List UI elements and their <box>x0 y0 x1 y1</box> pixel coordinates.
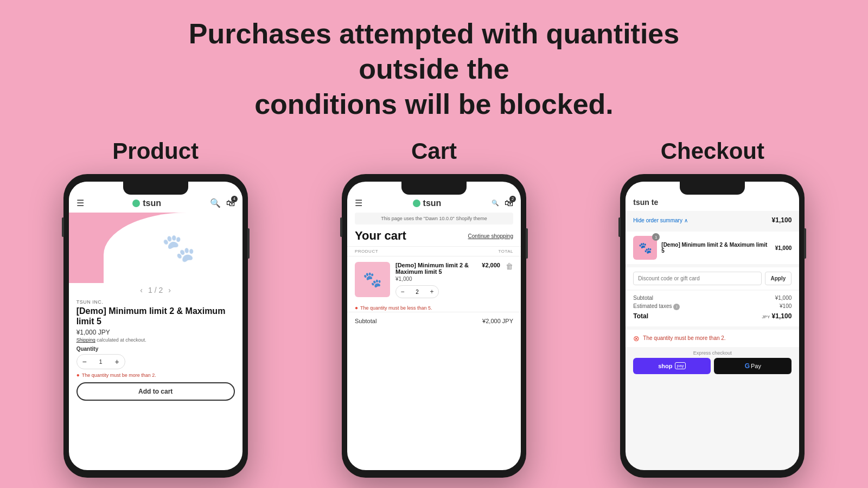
hamburger-icon[interactable]: ☰ <box>76 198 84 208</box>
cart-item-total: ¥2,000 <box>482 262 500 268</box>
cart-item: 🐾 [Demo] Minimum limit 2 & Maximum limit… <box>347 256 521 304</box>
cart-badge-cart: 2 <box>509 196 516 202</box>
checkout-subtotal-value: ¥1,000 <box>775 295 792 301</box>
checkout-screen: tsun te Hide order summary ∧ ¥1,100 🐾 1 <box>626 182 799 470</box>
col-total-label: TOTAL <box>498 249 513 254</box>
hide-order-summary-link[interactable]: Hide order summary ∧ <box>633 217 687 223</box>
shipping-text: Shipping calculated at checkout. <box>76 337 235 343</box>
cart-subtotal-label: Subtotal <box>355 318 376 324</box>
cart-delete-btn[interactable]: 🗑 <box>506 262 513 271</box>
cart-logo-dot <box>413 200 420 207</box>
checkout-error-box: ⊗ The quantity must be more than 2. <box>626 330 799 347</box>
cart-screen: ☰ tsun 🔍 🛍 2 <box>347 182 521 470</box>
qty-increase-btn-product[interactable]: + <box>110 355 125 369</box>
checkout-subtotal-label: Subtotal <box>633 295 653 301</box>
apply-btn[interactable]: Apply <box>765 272 792 285</box>
checkout-subtotal-row: Subtotal ¥1,000 <box>633 295 792 301</box>
cart-error-text: The quantity must be less than 5. <box>360 305 432 311</box>
express-checkout-label: Express checkout <box>626 350 799 356</box>
store-name-product: tsun <box>143 198 161 208</box>
checkout-column: Checkout tsun te Hide order summary ∧ ¥1… <box>590 138 835 478</box>
cart-qty-value: 2 <box>409 289 425 295</box>
discount-input[interactable] <box>633 272 761 285</box>
checkout-total-value: JPY ¥1,100 <box>762 312 792 320</box>
qty-decrease-btn-product[interactable]: − <box>77 355 92 369</box>
gpay-text: Pay <box>751 363 761 369</box>
product-column-title: Product <box>112 138 199 164</box>
cart-header: Your cart Continue shopping <box>347 229 521 246</box>
product-screen: ☰ tsun 🔍 🛍 4 <box>69 182 242 470</box>
add-to-cart-btn[interactable]: Add to cart <box>76 382 235 401</box>
prev-img-btn[interactable]: ‹ <box>140 286 143 294</box>
checkout-total-label: Total <box>633 312 648 320</box>
gpay-btn[interactable]: G Pay <box>714 358 792 374</box>
checkout-discount-row: Apply <box>626 267 799 290</box>
express-checkout-buttons: shop pay G Pay <box>626 358 799 374</box>
product-error-text: The quantity must be more than 2. <box>82 373 156 378</box>
continue-shopping-link[interactable]: Continue shopping <box>468 233 513 239</box>
cart-hamburger-icon[interactable]: ☰ <box>355 198 362 208</box>
product-column: Product ☰ tsun 🔍 🛍 <box>33 138 278 478</box>
checkout-item-image: 🐾 1 <box>633 236 657 260</box>
cart-qty-control: − 2 + <box>395 285 439 298</box>
cart-col-headers: PRODUCT TOTAL <box>347 246 521 256</box>
cart-search-icon[interactable]: 🔍 <box>492 200 499 207</box>
product-info: TSUN INC. [Demo] Minimum limit 2 & Maxim… <box>69 297 242 378</box>
checkout-column-title: Checkout <box>661 138 764 164</box>
checkout-store-name: tsun te <box>633 198 658 207</box>
product-image: 🐾 <box>69 213 242 283</box>
checkout-taxes-row: Estimated taxes i ¥100 <box>633 303 792 310</box>
order-summary-toggle[interactable]: Hide order summary ∧ ¥1,100 <box>626 211 799 229</box>
cart-icon-cart[interactable]: 🛍 2 <box>505 198 513 208</box>
checkout-total-amount: ¥1,100 <box>772 312 792 320</box>
cart-error-dot: ● <box>355 305 358 311</box>
taxes-info-icon[interactable]: i <box>673 304 680 310</box>
cart-store-name: tsun <box>423 198 442 208</box>
cart-item-name: [Demo] Minimum limit 2 & Maximum limit 5 <box>395 262 476 275</box>
cart-qty-decrease-btn[interactable]: − <box>396 286 409 298</box>
checkout-totals: Subtotal ¥1,000 Estimated taxes i ¥100 T… <box>626 291 799 326</box>
cart-nav-icons: 🔍 🛍 2 <box>492 198 513 208</box>
checkout-error-text: The quantity must be more than 2. <box>643 335 725 341</box>
shipping-link[interactable]: Shipping <box>76 337 95 343</box>
cart-phone-frame: ☰ tsun 🔍 🛍 2 <box>342 174 526 478</box>
product-phone-frame: ☰ tsun 🔍 🛍 4 <box>63 174 248 478</box>
cart-store-logo: tsun <box>413 198 442 208</box>
product-image-inner: 🐾 <box>104 213 242 283</box>
cart-item-image: 🐾 <box>355 262 390 297</box>
cart-badge-product: 4 <box>231 196 238 202</box>
checkout-item-qty-badge: 1 <box>652 233 660 241</box>
checkout-total-currency: JPY <box>762 314 770 319</box>
checkout-order-item: 🐾 1 [Demo] Minimum limit 2 & Maximum lim… <box>626 232 799 264</box>
error-dot-product: ● <box>76 372 80 378</box>
logo-dot-product <box>132 200 140 207</box>
cart-error-msg: ● The quantity must be less than 5. <box>347 304 521 312</box>
checkout-item-name: [Demo] Minimum limit 2 & Maximum limit 5 <box>661 242 770 254</box>
store-logo-product: tsun <box>132 198 161 208</box>
checkout-error-icon: ⊗ <box>633 334 640 343</box>
phone-notch-cart <box>401 182 467 195</box>
search-icon[interactable]: 🔍 <box>210 198 221 208</box>
cart-page-title: Your cart <box>355 229 406 243</box>
product-title: [Demo] Minimum limit 2 & Maximum limit 5 <box>76 306 235 326</box>
gpay-g-letter: G <box>745 362 750 370</box>
product-error-msg: ● The quantity must be more than 2. <box>76 372 235 378</box>
next-img-btn[interactable]: › <box>168 286 171 294</box>
qty-value-product: 1 <box>92 358 110 365</box>
cart-column: Cart ☰ tsun 🔍 🛍 <box>311 138 557 478</box>
shop-pay-text: shop <box>658 363 672 369</box>
product-price: ¥1,000 JPY <box>76 329 235 336</box>
checkout-taxes-label: Estimated taxes i <box>633 303 680 310</box>
cart-subtotal-row: Subtotal ¥2,000 JPY <box>347 312 521 324</box>
checkout-item-price: ¥1,000 <box>775 245 792 251</box>
checkout-phone-frame: tsun te Hide order summary ∧ ¥1,100 🐾 1 <box>620 174 805 478</box>
shop-pay-btn[interactable]: shop pay <box>633 358 711 374</box>
vendor-name: TSUN INC. <box>76 299 235 305</box>
col-product-label: PRODUCT <box>355 249 378 254</box>
qty-label: Quantity <box>76 346 235 352</box>
img-counter: 1 / 2 <box>148 286 163 294</box>
cart-qty-increase-btn[interactable]: + <box>425 286 438 298</box>
cart-subtotal-value: ¥2,000 JPY <box>482 318 513 324</box>
dawn-notice: This page uses the "Dawn 10.0.0" Shopify… <box>355 213 513 224</box>
cart-icon-product[interactable]: 🛍 4 <box>226 198 235 208</box>
